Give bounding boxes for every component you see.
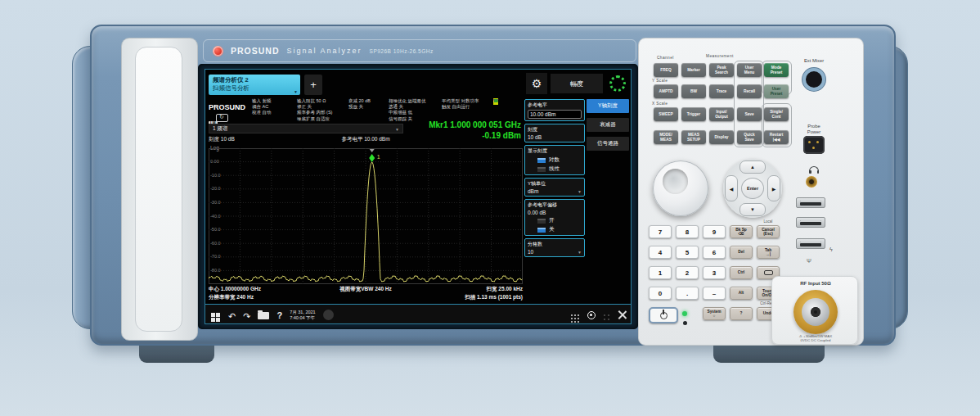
key-user-menu[interactable]: User Menu [737, 63, 762, 77]
busy-spinner-icon [609, 75, 626, 92]
key-restart[interactable]: Restart |◀◀ [764, 130, 789, 144]
message-bubble-icon[interactable] [323, 310, 334, 320]
taskbar-right-icons [571, 310, 627, 319]
menu-value-input[interactable]: 10.00 dBm [528, 110, 582, 119]
enter-key[interactable]: Enter [741, 178, 764, 199]
key-7[interactable]: 7 [649, 225, 672, 238]
spectrum-graticule[interactable]: 1 0.00-10.0-20.0-30.0-40.0-50.0-60.0-70.… [209, 148, 523, 284]
menu-block-dropdown[interactable]: Y轴单位dBm [524, 178, 585, 197]
menu-block-dropdown[interactable]: 分格数10 [524, 238, 585, 257]
menu-block-options[interactable]: 显示刻度对数线性 [524, 145, 585, 175]
usb-port-3[interactable] [796, 238, 825, 249]
snap-grid-icon[interactable] [604, 314, 605, 316]
menu-tab[interactable]: Y轴刻度 [587, 99, 629, 113]
arrow-down-key[interactable] [739, 203, 766, 216]
key-key[interactable]: ? [730, 307, 753, 320]
menu-option[interactable]: 对数 [528, 156, 582, 164]
menu-option[interactable]: 开 [528, 217, 582, 224]
power-button[interactable] [649, 307, 678, 323]
key-freq[interactable]: FREQ [654, 63, 678, 77]
y-axis-tick-label: -70.0 [210, 254, 221, 259]
key-0[interactable]: 0 [649, 287, 672, 300]
key-marker[interactable]: Marker [681, 63, 706, 77]
key-bk-sp[interactable]: Bk Sp ⌫ [730, 225, 753, 238]
key-tab[interactable]: Tab →| [757, 246, 780, 259]
instrument-body: PROSUND Signal Analyzer SP926B 10Hz-26.5… [90, 25, 896, 346]
ext-mixer-connector[interactable] [802, 68, 825, 91]
key-trigger[interactable]: Trigger [681, 107, 706, 121]
undo-icon[interactable] [228, 308, 236, 323]
arrow-right-key[interactable] [767, 175, 780, 201]
window-selector-dropdown[interactable]: 1 频谱 [209, 124, 403, 133]
touch-pointer-icon[interactable] [587, 311, 596, 319]
key-amptd[interactable]: AMPTD [654, 84, 678, 98]
key-input-output[interactable]: Input/ Output [709, 107, 734, 121]
usb-port-2[interactable] [796, 217, 825, 228]
menu-tab[interactable]: 衰减器 [587, 118, 629, 132]
key-5[interactable]: 5 [676, 246, 699, 259]
file-explorer-icon[interactable] [258, 312, 269, 319]
windows-start-icon[interactable] [211, 313, 215, 317]
headphone-jack[interactable] [806, 176, 817, 188]
menu-block-plain[interactable]: 刻度10 dB [524, 124, 585, 142]
rotary-knob[interactable] [653, 161, 708, 216]
key-4[interactable]: 4 [649, 246, 672, 259]
key-system[interactable]: System ○ [703, 307, 726, 320]
menu-dropdown[interactable]: 10 [528, 249, 582, 255]
measurement-tab[interactable]: 频谱分析仪 2 扫频信号分析 [209, 75, 300, 95]
key-3[interactable]: 3 [703, 266, 726, 279]
rf-input-connector[interactable] [793, 290, 838, 334]
left-panel-inlay [135, 47, 182, 332]
key-ctrl[interactable]: Ctrl [730, 266, 753, 279]
usb-port-1[interactable] [796, 197, 825, 208]
menu-tab[interactable]: 信号通路 [587, 137, 629, 151]
menu-dropdown[interactable]: dBm [528, 188, 582, 194]
key-mode-preset[interactable]: Mode Preset [764, 63, 789, 77]
option-indicator [537, 219, 546, 224]
key-6[interactable]: 6 [703, 246, 726, 259]
menu-block-options[interactable]: 参考电平偏移0.00 dB开关 [524, 199, 585, 236]
key-2[interactable]: 2 [676, 266, 699, 279]
key-key[interactable]: – [703, 287, 726, 300]
power-icon [660, 312, 668, 319]
gear-icon[interactable] [526, 73, 547, 94]
menu-block-input[interactable]: 参考电平10.00 dBm [524, 99, 585, 121]
softmenu-title-dropdown[interactable]: 幅度 [551, 74, 603, 93]
key-alt[interactable]: Alt [730, 287, 753, 300]
key-user-preset[interactable]: User Preset [764, 84, 789, 98]
group-label-measurement: Measurement [706, 54, 734, 58]
key-display[interactable]: Display [709, 130, 734, 144]
arrow-up-key[interactable] [739, 161, 766, 174]
key-key[interactable]: . [676, 287, 699, 300]
touchscreen[interactable]: 频谱分析仪 2 扫频信号分析 + PROSUND LM 输入 射频耦合 AC校准… [205, 69, 632, 324]
add-tab-button[interactable]: + [304, 75, 322, 95]
key-single-cont[interactable]: Single/ Cont [764, 107, 789, 121]
brand-name: PROSUND [231, 46, 280, 56]
key-trace[interactable]: Trace [709, 84, 734, 98]
app-grid-icon[interactable] [571, 314, 573, 316]
setting-item: 输入阻抗 50 Ω [297, 98, 346, 104]
key-peak-search[interactable]: Peak Search [709, 63, 734, 77]
redo-icon[interactable] [243, 308, 250, 323]
menu-option-label: 对数 [549, 156, 560, 164]
menu-option[interactable]: 线性 [528, 165, 582, 173]
key-meas-setup[interactable]: MEAS SETUP [681, 130, 706, 144]
option-selected-indicator [537, 158, 546, 163]
key-save[interactable]: Save [737, 107, 762, 121]
scale-row: 刻度 10 dB 参考电平 10.00 dBm [209, 136, 523, 144]
menu-option[interactable]: 关 [528, 226, 582, 233]
fullscreen-expand-icon[interactable] [618, 310, 627, 319]
key-8[interactable]: 8 [676, 225, 699, 238]
key-sweep[interactable]: SWEEP [654, 107, 678, 121]
key-cancel-esc[interactable]: Cancel (Esc) [757, 225, 780, 238]
key-9[interactable]: 9 [703, 225, 726, 238]
key-mode-meas[interactable]: MODE/ MEAS [654, 130, 678, 144]
arrow-left-key[interactable] [725, 175, 738, 201]
key-del[interactable]: Del [730, 246, 753, 259]
key-bw[interactable]: BW [681, 84, 706, 98]
key-recall[interactable]: Recall [737, 84, 762, 98]
key-quick-save[interactable]: Quick Save [737, 130, 762, 144]
probe-power-connector[interactable] [803, 136, 825, 154]
key-1[interactable]: 1 [649, 266, 672, 279]
help-icon[interactable]: ? [276, 310, 282, 320]
